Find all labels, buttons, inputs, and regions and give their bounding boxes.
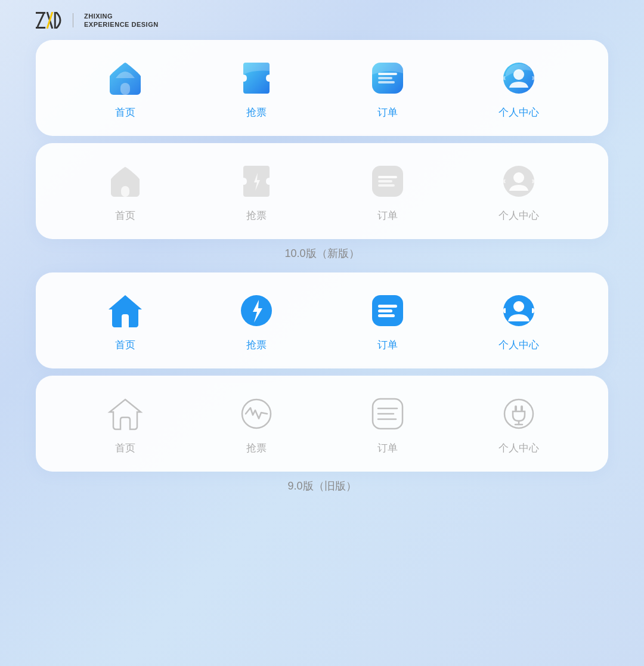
nav-item-home-v9-inactive[interactable]: 首页 [98,392,152,455]
nav-row-v9-inactive: 首页 抢票 [60,392,584,455]
card-v10-active: 首页 [36,40,608,136]
nav-item-home-v10-inactive[interactable]: 首页 [98,160,152,222]
ticket-label-v9-active: 抢票 [246,338,267,352]
ticket-label-v10-inactive: 抢票 [246,209,267,222]
profile-label-v10-active: 个人中心 [499,106,539,119]
home-label-v10-active: 首页 [115,106,135,119]
svg-rect-17 [378,184,395,187]
ticket-label-v10-active: 抢票 [246,106,267,119]
nav-item-ticket-v10-active[interactable]: 抢票 [230,57,283,119]
header: ZHIXING EXPERIENCE DESIGN [36,12,608,29]
svg-rect-33 [515,405,517,411]
svg-rect-23 [378,309,392,312]
svg-rect-13 [121,186,129,197]
logo-divider [73,13,73,27]
order-label-v9-inactive: 订单 [377,441,398,455]
svg-rect-10 [378,81,395,83]
nav-row-v10-inactive: 首页 抢票 [60,160,584,222]
svg-point-19 [513,172,524,183]
order-icon-v9-active [366,289,409,332]
card-v10-inactive: 首页 抢票 [36,143,608,239]
home-label-v9-inactive: 首页 [115,441,135,455]
nav-row-v9-active: 首页 抢票 [60,289,584,352]
nav-item-profile-v9-active[interactable]: 个人中心 [492,289,546,352]
home-icon-v9-active [104,289,147,332]
ticket-icon-v10-active [235,57,278,100]
svg-rect-8 [378,73,397,75]
svg-rect-24 [378,314,395,317]
nav-row-v10-active: 首页 [60,57,584,119]
order-label-v10-inactive: 订单 [377,209,398,222]
svg-rect-5 [54,12,56,29]
card-v9-active: 首页 抢票 [36,272,608,368]
home-icon-v10-active [104,57,147,100]
order-label-v9-active: 订单 [377,338,398,352]
brand-name: ZHIXING EXPERIENCE DESIGN [84,12,159,29]
svg-rect-9 [378,77,392,79]
nav-item-profile-v10-inactive[interactable]: 个人中心 [492,160,546,222]
ticket-label-v9-inactive: 抢票 [246,441,267,455]
nav-item-home-v10-active[interactable]: 首页 [98,57,152,119]
nav-item-order-v9-active[interactable]: 订单 [361,289,414,352]
profile-icon-v9-active [497,289,540,332]
home-label-v9-active: 首页 [115,338,135,352]
svg-rect-15 [378,176,397,178]
section-v9: 首页 抢票 [36,272,608,501]
profile-label-v9-inactive: 个人中心 [499,441,539,455]
svg-rect-22 [378,305,397,308]
order-label-v10-active: 订单 [377,106,398,119]
profile-label-v9-active: 个人中心 [499,338,539,352]
ticket-icon-v9-inactive [235,392,278,435]
nav-item-ticket-v10-inactive[interactable]: 抢票 [230,160,283,222]
order-icon-v10-active [366,57,409,100]
ticket-icon-v9-active [235,289,278,332]
order-icon-v9-inactive [366,392,409,435]
nav-item-ticket-v9-inactive[interactable]: 抢票 [230,392,283,455]
svg-rect-16 [378,180,392,182]
svg-rect-0 [36,12,45,14]
nav-item-order-v10-inactive[interactable]: 订单 [361,160,414,222]
svg-rect-34 [521,405,523,411]
nav-item-home-v9-active[interactable]: 首页 [98,289,152,352]
profile-icon-v10-inactive [497,160,540,203]
nav-item-profile-v9-inactive[interactable]: 个人中心 [492,392,546,455]
home-icon-v10-inactive [104,160,147,203]
section-v10: 首页 [36,40,608,269]
version-label-v9: 9.0版（旧版） [287,479,356,493]
nav-item-ticket-v9-active[interactable]: 抢票 [230,289,283,352]
card-v9-inactive: 首页 抢票 [36,376,608,472]
version-label-v10: 10.0版（新版） [284,246,359,261]
svg-rect-2 [36,27,45,29]
svg-line-1 [38,14,44,27]
nav-item-order-v10-active[interactable]: 订单 [361,57,414,119]
home-icon-v9-inactive [104,392,147,435]
logo: ZHIXING EXPERIENCE DESIGN [36,12,159,29]
profile-icon-v9-inactive [497,392,540,435]
brand-logo-icon [36,12,62,29]
order-icon-v10-inactive [366,160,409,203]
profile-icon-v10-active [497,57,540,100]
home-label-v10-inactive: 首页 [115,209,135,222]
svg-rect-6 [120,83,130,95]
profile-label-v10-inactive: 个人中心 [499,209,539,222]
nav-item-profile-v10-active[interactable]: 个人中心 [492,57,546,119]
nav-item-order-v9-inactive[interactable]: 订单 [361,392,414,455]
ticket-icon-v10-inactive [235,160,278,203]
svg-point-12 [513,69,524,80]
svg-point-26 [513,301,524,312]
